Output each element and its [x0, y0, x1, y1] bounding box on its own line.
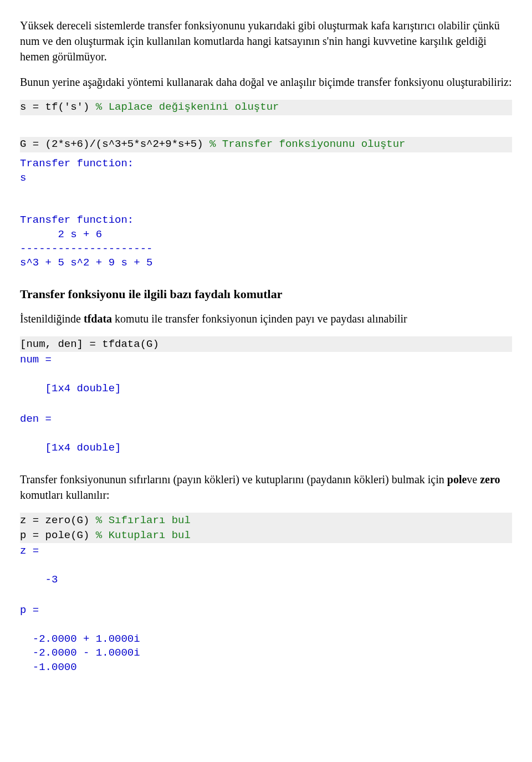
- output-block-3b: p = -2.0000 + 1.0000i -2.0000 - 1.0000i …: [20, 604, 512, 674]
- output-block-2b: den = [1x4 double]: [20, 412, 512, 455]
- code-block-2: [num, den] = tfdata(G): [20, 336, 512, 352]
- output-block-1: Transfer function: s Transfer function: …: [20, 157, 512, 270]
- code-comment: % Transfer fonksiyonunu oluştur: [209, 138, 405, 150]
- bold-term: pole: [447, 473, 467, 485]
- paragraph-3: İstenildiğinde tfdata komutu ile transfe…: [20, 311, 512, 326]
- code-block-3: z = zero(G) % Sıfırları bul p = pole(G) …: [20, 513, 512, 543]
- code-cmd: z = zero(G): [20, 514, 96, 526]
- code-cmd: p = pole(G): [20, 529, 96, 541]
- bold-term: tfdata: [84, 313, 112, 325]
- output-block-3a: z = -3: [20, 544, 512, 587]
- paragraph-1: Yüksek dereceli sistemlerde transfer fon…: [20, 18, 512, 64]
- code-cmd: s = tf('s'): [20, 101, 96, 113]
- code-comment: % Sıfırları bul: [96, 514, 191, 526]
- section-heading: Transfer fonksiyonu ile ilgili bazı fayd…: [20, 286, 512, 303]
- code-comment: % Kutupları bul: [96, 529, 191, 541]
- code-cmd: G = (2*s+6)/(s^3+5*s^2+9*s+5): [20, 138, 209, 150]
- paragraph-2: Bunun yerine aşağıdaki yöntemi kullanara…: [20, 74, 512, 90]
- paragraph-4: Transfer fonksiyonunun sıfırlarını (payı…: [20, 472, 512, 503]
- code-block-1: s = tf('s') % Laplace değişkenini oluştu…: [20, 100, 512, 152]
- bold-term: zero: [480, 473, 500, 485]
- output-block-2a: num = [1x4 double]: [20, 353, 512, 396]
- code-comment: % Laplace değişkenini oluştur: [96, 101, 279, 113]
